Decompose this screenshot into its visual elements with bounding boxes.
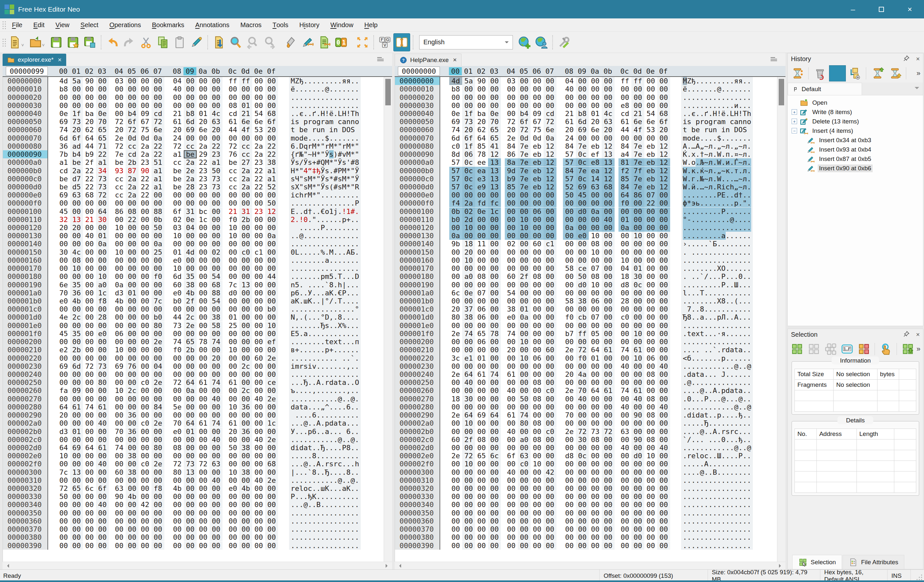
byte-cell[interactable]: 00 bbox=[475, 476, 488, 484]
byte-cell[interactable]: 12 bbox=[544, 175, 556, 183]
byte-cell[interactable]: 0c bbox=[462, 183, 475, 191]
byte-cell[interactable]: 00 bbox=[505, 533, 518, 541]
byte-cell[interactable]: 00 bbox=[139, 436, 152, 444]
byte-cell[interactable]: 00 bbox=[139, 207, 152, 215]
byte-cell[interactable]: 00 bbox=[70, 411, 83, 419]
byte-cell[interactable]: eb bbox=[531, 183, 544, 191]
byte-cell[interactable]: 10 bbox=[631, 232, 644, 240]
byte-cell[interactable]: 00 bbox=[113, 313, 125, 321]
byte-cell[interactable]: 00 bbox=[563, 533, 576, 541]
byte-cell[interactable]: 00 bbox=[488, 525, 501, 533]
byte-cell[interactable]: 00 bbox=[631, 256, 644, 265]
byte-cell[interactable]: 00 bbox=[252, 223, 265, 232]
byte-cell[interactable]: 00 bbox=[239, 509, 252, 517]
byte-cell[interactable]: 84 bbox=[619, 142, 631, 150]
byte-cell[interactable]: 00 bbox=[505, 484, 518, 493]
byte-cell[interactable]: 00 bbox=[619, 338, 631, 346]
tree-expand-icon[interactable]: + bbox=[792, 119, 797, 124]
byte-cell[interactable]: 00 bbox=[210, 501, 223, 509]
byte-cell[interactable]: 00 bbox=[139, 493, 152, 501]
byte-cell[interactable]: 25 bbox=[226, 322, 239, 330]
byte-cell[interactable]: 10 bbox=[226, 346, 239, 354]
byte-cell[interactable]: 00 bbox=[210, 411, 223, 419]
byte-cell[interactable]: 00 bbox=[462, 101, 475, 109]
byte-cell[interactable]: 00 bbox=[152, 85, 164, 93]
ascii-cell[interactable]: t be run in DOS bbox=[681, 126, 753, 134]
byte-cell[interactable]: 0a bbox=[518, 313, 531, 321]
byte-cell[interactable]: 00 bbox=[152, 501, 164, 509]
byte-cell[interactable]: 00 bbox=[57, 436, 70, 444]
byte-cell[interactable]: 00 bbox=[657, 484, 670, 493]
byte-cell[interactable]: 00 bbox=[125, 436, 139, 444]
byte-cell[interactable]: 00 bbox=[602, 354, 615, 362]
byte-cell[interactable]: 00 bbox=[462, 346, 475, 354]
byte-cell[interactable]: 00 bbox=[226, 305, 239, 313]
byte-cell[interactable]: 00 bbox=[531, 411, 544, 419]
byte-cell[interactable]: 13 bbox=[70, 215, 83, 223]
byte-cell[interactable]: 00 bbox=[531, 517, 544, 525]
byte-cell[interactable]: 00 bbox=[57, 542, 70, 550]
byte-cell[interactable]: 00 bbox=[544, 223, 556, 232]
byte-cell[interactable]: eb bbox=[644, 167, 657, 175]
menu-tools[interactable]: Tools bbox=[267, 18, 294, 31]
byte-cell[interactable]: 00 bbox=[252, 322, 265, 330]
byte-cell[interactable]: 00 bbox=[657, 305, 670, 313]
byte-cell[interactable]: 63 bbox=[619, 428, 631, 436]
byte-cell[interactable]: 00 bbox=[96, 370, 109, 379]
ascii-cell[interactable]: .... ..`.rdata.. bbox=[681, 346, 753, 354]
byte-cell[interactable]: 22 bbox=[197, 158, 210, 167]
split-view-button[interactable] bbox=[393, 33, 410, 51]
byte-cell[interactable]: 00 bbox=[57, 256, 70, 265]
byte-cell[interactable]: 00 bbox=[563, 93, 576, 101]
byte-cell[interactable]: 00 bbox=[57, 509, 70, 517]
byte-cell[interactable]: 0c bbox=[631, 281, 644, 289]
byte-cell[interactable]: 5a bbox=[70, 77, 83, 85]
byte-cell[interactable]: 22 bbox=[210, 142, 223, 150]
byte-cell[interactable]: 12 bbox=[544, 183, 556, 191]
byte-cell[interactable]: e0 bbox=[226, 484, 239, 493]
byte-cell[interactable]: 00 bbox=[475, 419, 488, 427]
byte-cell[interactable]: 00 bbox=[139, 468, 152, 476]
byte-cell[interactable]: 64 bbox=[83, 444, 96, 452]
byte-cell[interactable]: 00 bbox=[518, 542, 531, 550]
byte-cell[interactable]: 00 bbox=[619, 395, 631, 403]
byte-cell[interactable]: 00 bbox=[518, 77, 531, 85]
byte-cell[interactable]: 00 bbox=[171, 395, 184, 403]
ascii-cell[interactable]: p6..У...аК.€Р... bbox=[289, 289, 361, 297]
byte-cell[interactable]: 10 bbox=[462, 460, 475, 468]
byte-cell[interactable]: 0e bbox=[57, 109, 70, 117]
byte-cell[interactable]: 00 bbox=[210, 362, 223, 370]
byte-cell[interactable]: 00 bbox=[210, 403, 223, 411]
byte-cell[interactable]: 00 bbox=[171, 199, 184, 207]
byte-cell[interactable]: 00 bbox=[644, 493, 657, 501]
byte-cell[interactable]: 2a bbox=[462, 199, 475, 207]
byte-cell[interactable]: 00 bbox=[171, 240, 184, 248]
byte-cell[interactable]: 00 bbox=[563, 305, 576, 313]
byte-cell[interactable]: b8 bbox=[449, 85, 462, 93]
byte-cell[interactable]: 00 bbox=[602, 379, 615, 387]
byte-cell[interactable]: 00 bbox=[139, 85, 152, 93]
byte-cell[interactable]: 73 bbox=[184, 460, 197, 468]
byte-cell[interactable]: 2c bbox=[239, 362, 252, 370]
byte-cell[interactable]: 00 bbox=[475, 468, 488, 476]
byte-cell[interactable]: b8 bbox=[576, 109, 589, 117]
byte-cell[interactable]: 64 bbox=[462, 411, 475, 419]
byte-cell[interactable]: 20 bbox=[210, 354, 223, 362]
byte-cell[interactable]: 40 bbox=[619, 444, 631, 452]
byte-cell[interactable]: 00 bbox=[475, 542, 488, 550]
byte-cell[interactable]: 74 bbox=[619, 346, 631, 354]
byte-cell[interactable]: 00 bbox=[475, 248, 488, 256]
byte-cell[interactable]: 00 bbox=[57, 101, 70, 109]
ascii-cell[interactable]: .reloc..Ш....Р.. bbox=[681, 452, 753, 460]
byte-cell[interactable]: 64 bbox=[462, 370, 475, 379]
byte-cell[interactable]: 80 bbox=[518, 419, 531, 427]
ascii-cell[interactable]: ................ bbox=[681, 501, 753, 509]
byte-cell[interactable]: 00 bbox=[644, 232, 657, 240]
chevron-down-icon[interactable]: ˅ bbox=[21, 43, 26, 48]
byte-cell[interactable]: 00 bbox=[125, 501, 139, 509]
byte-cell[interactable]: 00 bbox=[184, 509, 197, 517]
byte-cell[interactable]: e0 bbox=[171, 289, 184, 297]
byte-cell[interactable]: 64 bbox=[619, 191, 631, 199]
byte-cell[interactable]: 08 bbox=[644, 411, 657, 419]
byte-cell[interactable]: 00 bbox=[631, 476, 644, 484]
